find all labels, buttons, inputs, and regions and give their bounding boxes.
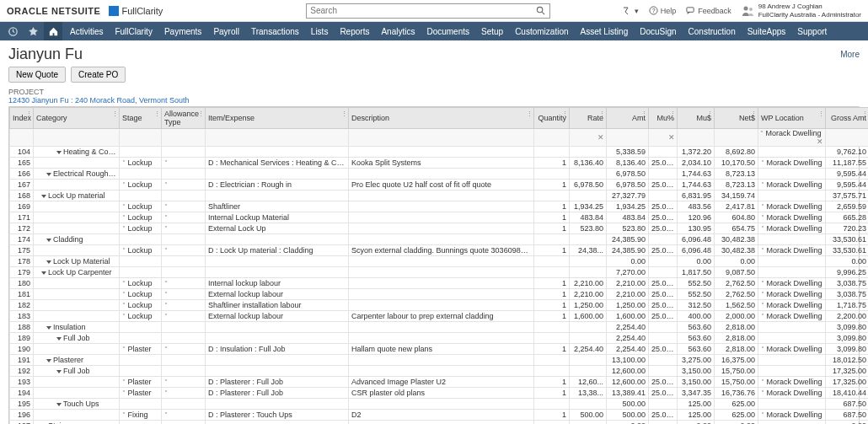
user-menu[interactable]: 98 Andrew J CoghlanFullClarity Australia… xyxy=(742,3,861,19)
language-menu[interactable]: ▾ xyxy=(622,6,639,16)
col-category[interactable]: Category⋮ xyxy=(34,108,120,129)
table-row[interactable]: 188Insulation2,254.40563.602,818.003,099… xyxy=(10,322,869,333)
table-row[interactable]: 183˅ Lockup˅External lockup labourCarpen… xyxy=(10,311,869,322)
table-row[interactable]: 191Plasterer13,100.003,275.0016,375.0018… xyxy=(10,355,869,366)
search-input[interactable] xyxy=(310,6,534,15)
cell-index: 179 xyxy=(10,267,34,278)
table-row[interactable]: 169˅ Lockup˅Shaftliner11,934.251,934.252… xyxy=(10,201,869,212)
table-row[interactable]: 196˅ Fixing˅D : Plasterer : Touch UpsD21… xyxy=(10,410,869,421)
col-wp-location[interactable]: WP Location⋮ xyxy=(758,108,826,129)
cell-amt: 27,327.79 xyxy=(607,191,649,201)
cell-qty: 1 xyxy=(534,289,570,300)
col-mu-[interactable]: Mu$⋮ xyxy=(678,108,715,129)
cell-stage xyxy=(120,169,162,180)
table-row[interactable]: 181˅ Lockup˅External lockup labour12,210… xyxy=(10,289,869,300)
nav-support[interactable]: Support xyxy=(791,22,833,40)
col-mu-[interactable]: Mu%⋮ xyxy=(649,108,678,129)
col-gross-amt[interactable]: Gross Amt⋮ xyxy=(826,108,869,129)
nav-lists[interactable]: Lists xyxy=(305,22,335,40)
table-row[interactable]: 195Touch Ups500.00125.00625.00687.50 xyxy=(10,399,869,410)
cell-category: Touch Ups xyxy=(34,399,120,410)
project-link[interactable]: 12430 Jianyun Fu : 240 Morack Road, Verm… xyxy=(8,96,860,105)
cell-mup: 25.00% xyxy=(649,300,678,311)
table-row[interactable]: 171˅ Lockup˅Internal Lockup Material1483… xyxy=(10,212,869,223)
table-row[interactable]: 190˅ Plaster˅D : Insulation : Full JobHa… xyxy=(10,344,869,355)
help-link[interactable]: ?Help xyxy=(649,6,677,15)
table-row[interactable]: 167˅ Lockup˅D : Electrician : Rough inPr… xyxy=(10,180,869,191)
table-row[interactable]: 165˅ Lockup˅D : Mechanical Services : He… xyxy=(10,158,869,169)
cell-allowance: ˅ xyxy=(162,311,206,322)
cell-stage: ˅ Lockup xyxy=(120,180,162,191)
nav-suiteapps[interactable]: SuiteApps xyxy=(742,22,792,40)
star-icon[interactable] xyxy=(24,22,42,40)
col-net-[interactable]: Net$⋮ xyxy=(715,108,758,129)
wp-filter[interactable]: ˅ Morack Dwelling ✕ xyxy=(758,129,826,147)
table-row[interactable]: 182˅ Lockup˅Shaftliner installation labo… xyxy=(10,300,869,311)
rate-clear-icon[interactable]: ✕ xyxy=(570,129,607,147)
col-quantity[interactable]: Quantity⋮ xyxy=(534,108,570,129)
col-item-expense[interactable]: Item/Expense⋮ xyxy=(206,108,349,129)
cell-mup xyxy=(649,267,678,278)
col-amt[interactable]: Amt⋮ xyxy=(607,108,649,129)
table-row[interactable]: 194˅ Plaster˅D : Plasterer : Full JobCSR… xyxy=(10,388,869,399)
nav-activities[interactable]: Activities xyxy=(64,22,109,40)
table-row[interactable]: 179Lock Up Carpenter7,270.001,817.509,08… xyxy=(10,267,869,278)
cell-qty xyxy=(534,421,570,425)
cell-gross: 0.00 xyxy=(826,421,869,425)
cell-gross: 37,575.71 xyxy=(826,191,869,201)
history-icon[interactable] xyxy=(3,22,22,40)
nav-construction[interactable]: Construction xyxy=(683,22,742,40)
col-index[interactable]: Index⋮ xyxy=(10,108,34,129)
more-menu[interactable]: More xyxy=(840,50,860,59)
table-row[interactable]: 189Full Job2,254.40563.602,818.003,099.8… xyxy=(10,333,869,344)
search-icon[interactable] xyxy=(534,5,546,17)
table-row[interactable]: 172˅ Lockup˅External Lock Up1523.80523.8… xyxy=(10,223,869,234)
col-description[interactable]: Description⋮ xyxy=(349,108,534,129)
nav-payroll[interactable]: Payroll xyxy=(207,22,245,40)
cell-stage xyxy=(120,147,162,158)
cell-wp: ˅ Morack Dwelling xyxy=(758,223,826,234)
table-row[interactable]: 104Heating & Cooling Full Job5,338.591,3… xyxy=(10,147,869,158)
cell-rate: 13,38... xyxy=(570,388,607,399)
nav-documents[interactable]: Documents xyxy=(421,22,475,40)
table-row[interactable]: 166Electrical Rough In6,978.501,744.638,… xyxy=(10,169,869,180)
cell-amt: 13,100.00 xyxy=(607,355,649,366)
page-title: Jianyun Fu xyxy=(8,46,83,63)
cell-index: 174 xyxy=(10,234,34,245)
nav-analytics[interactable]: Analytics xyxy=(375,22,421,40)
global-search[interactable] xyxy=(306,3,550,19)
nav-docusign[interactable]: DocuSign xyxy=(634,22,682,40)
table-row[interactable]: 174Cladding24,385.906,096.4830,482.3833,… xyxy=(10,234,869,245)
mup-clear-icon[interactable]: ✕ xyxy=(649,129,678,147)
create-po-button[interactable]: Create PO xyxy=(71,67,126,83)
cell-wp xyxy=(758,421,826,425)
nav-asset-listing[interactable]: Asset Listing xyxy=(575,22,635,40)
col-stage[interactable]: Stage⋮ xyxy=(120,108,162,129)
cell-category: Lock Up Carpenter xyxy=(34,267,120,278)
cell-mus: 120.96 xyxy=(678,212,715,223)
nav-customization[interactable]: Customization xyxy=(509,22,574,40)
col-allowance-type[interactable]: Allowance Type⋮ xyxy=(162,108,206,129)
feedback-link[interactable]: Feedback xyxy=(686,6,731,15)
nav-transactions[interactable]: Transactions xyxy=(245,22,305,40)
home-icon[interactable] xyxy=(44,22,62,40)
cell-category xyxy=(34,388,120,399)
cell-allowance xyxy=(162,267,206,278)
nav-fullclarity[interactable]: FullClarity xyxy=(109,22,158,40)
new-quote-button[interactable]: New Quote xyxy=(8,67,66,83)
cell-index: 193 xyxy=(10,377,34,388)
nav-reports[interactable]: Reports xyxy=(334,22,375,40)
cell-wp: ˅ Morack Dwelling xyxy=(758,410,826,421)
col-rate[interactable]: Rate⋮ xyxy=(570,108,607,129)
table-row[interactable]: 175˅ Lockup˅D : Lock Up material : Cladd… xyxy=(10,245,869,256)
cell-category: Heating & Cooling Full Job xyxy=(34,147,120,158)
nav-setup[interactable]: Setup xyxy=(475,22,509,40)
table-row[interactable]: 180˅ Lockup˅Internal lockup labour12,210… xyxy=(10,278,869,289)
table-row[interactable]: 192Full Job12,600.003,150.0015,750.0017,… xyxy=(10,366,869,377)
table-row[interactable]: 168Lock Up material27,327.796,831.9534,1… xyxy=(10,191,869,201)
nav-payments[interactable]: Payments xyxy=(158,22,207,40)
table-row[interactable]: 197Stairs0.000.000.000.00 xyxy=(10,421,869,425)
cell-mus: 3,347.35 xyxy=(678,388,715,399)
table-row[interactable]: 178Lock Up Material0.000.000.000.00 xyxy=(10,256,869,267)
table-row[interactable]: 193˅ Plaster˅D : Plasterer : Full JobAdv… xyxy=(10,377,869,388)
